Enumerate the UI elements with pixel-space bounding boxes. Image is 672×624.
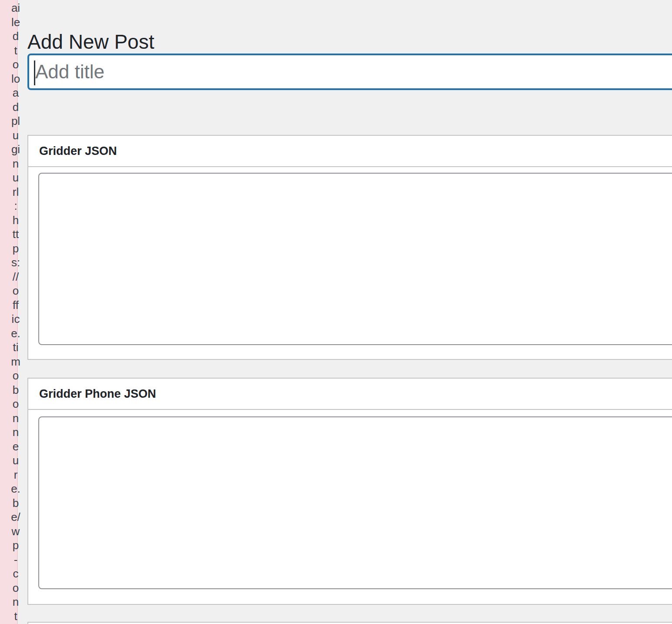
metabox-gridder-phone-json: Gridder Phone JSON xyxy=(27,378,672,605)
notice-text-line: // xyxy=(6,270,25,284)
notice-text-line: p xyxy=(6,242,25,256)
notice-text-line: n xyxy=(6,157,25,171)
notice-text-line: p xyxy=(6,538,25,553)
notice-text-line: d xyxy=(6,29,25,44)
metabox-gridder-json-header[interactable]: Gridder JSON xyxy=(28,136,672,167)
notice-text-line: u xyxy=(6,128,25,143)
notice-text-line: rl xyxy=(6,185,25,199)
post-title-input[interactable] xyxy=(27,54,672,90)
error-notice-text: ailedtoloadpluginurl:https://office.timo… xyxy=(6,1,25,623)
notice-text-line: e xyxy=(6,439,25,454)
gridder-phone-json-textarea[interactable] xyxy=(38,416,672,589)
notice-text-line: t xyxy=(6,44,25,58)
notice-text-line: w xyxy=(6,524,25,539)
notice-text-line: tt xyxy=(6,227,25,242)
notice-text-line: a xyxy=(6,86,25,100)
gridder-json-textarea[interactable] xyxy=(38,173,672,345)
page-title: Add New Post xyxy=(27,31,154,53)
next-metabox-partial xyxy=(27,622,672,624)
notice-text-line: : xyxy=(6,199,25,213)
notice-text-line: s: xyxy=(6,255,25,270)
notice-text-line: r xyxy=(6,468,25,482)
notice-text-line: gi xyxy=(6,142,25,157)
notice-text-line: h xyxy=(6,213,25,228)
notice-text-line: n xyxy=(6,595,25,609)
notice-text-line: ai xyxy=(6,1,25,15)
notice-text-line: o xyxy=(6,397,25,411)
notice-text-line: o xyxy=(6,57,25,72)
metabox-gridder-json-body xyxy=(28,167,672,345)
notice-text-line: ti xyxy=(6,340,25,355)
notice-text-line: lo xyxy=(6,72,25,86)
notice-text-line: o xyxy=(6,581,25,595)
notice-text-line: ff xyxy=(6,298,25,312)
wordpress-add-new-post-screen: ailedtoloadpluginurl:https://office.timo… xyxy=(0,0,672,624)
notice-text-line: ic xyxy=(6,312,25,326)
notice-text-line: u xyxy=(6,171,25,185)
notice-text-line: le xyxy=(6,15,25,30)
notice-text-line: b xyxy=(6,383,25,397)
metabox-gridder-phone-json-body xyxy=(28,410,672,589)
notice-text-line: e. xyxy=(6,482,25,496)
notice-text-line: o xyxy=(6,369,25,383)
notice-text-line: u xyxy=(6,453,25,468)
notice-text-line: b xyxy=(6,496,25,510)
notice-text-line: m xyxy=(6,355,25,369)
notice-text-line: e. xyxy=(6,326,25,341)
metabox-gridder-phone-json-header[interactable]: Gridder Phone JSON xyxy=(28,379,672,410)
metabox-gridder-json-title: Gridder JSON xyxy=(39,144,117,158)
notice-text-line: - xyxy=(6,553,25,567)
notice-text-line: pl xyxy=(6,114,25,128)
notice-text-line: d xyxy=(6,100,25,114)
metabox-gridder-json: Gridder JSON xyxy=(27,135,672,360)
notice-text-line: n xyxy=(6,425,25,439)
notice-text-line: o xyxy=(6,284,25,298)
notice-text-line: n xyxy=(6,411,25,426)
notice-text-line: c xyxy=(6,567,25,581)
text-cursor xyxy=(34,60,35,85)
notice-text-line: e/ xyxy=(6,510,25,524)
notice-text-line: t xyxy=(6,609,25,624)
metabox-gridder-phone-json-title: Gridder Phone JSON xyxy=(39,387,156,401)
